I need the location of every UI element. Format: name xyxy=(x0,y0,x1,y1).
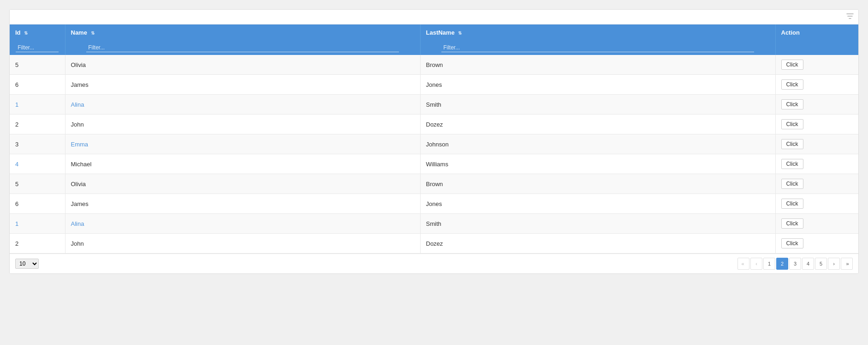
table-row: 4MichaelWilliamsClick xyxy=(10,154,858,174)
cell-name: James xyxy=(65,194,420,214)
cell-action: Click xyxy=(775,174,858,194)
col-header-id[interactable]: Id ⇅ xyxy=(10,24,65,41)
table-row: 6JamesJonesClick xyxy=(10,75,858,95)
cell-lastname: Brown xyxy=(420,55,775,75)
action-click-button[interactable]: Click xyxy=(781,79,803,90)
col-sort-name-icon[interactable]: ⇅ xyxy=(91,30,95,36)
cell-id: 2 xyxy=(10,234,65,254)
rows-per-page-selector: 10 25 50 100 xyxy=(15,259,39,269)
pagination-first-button[interactable]: « xyxy=(737,258,749,270)
table-body: 5OliviaBrownClick6JamesJonesClick1AlinaS… xyxy=(10,55,858,254)
col-header-action-label: Action xyxy=(781,29,800,36)
cell-action: Click xyxy=(775,214,858,234)
filter-name-cell xyxy=(65,41,420,55)
id-link[interactable]: 1 xyxy=(15,220,18,227)
cell-name: Olivia xyxy=(65,174,420,194)
cell-action: Click xyxy=(775,95,858,115)
col-header-id-label: Id xyxy=(15,29,21,36)
table-header-row: Id ⇅ Name ⇅ LastName ⇅ Action xyxy=(10,24,858,41)
cell-id: 5 xyxy=(10,55,65,75)
cell-action: Click xyxy=(775,134,858,154)
table-container: Id ⇅ Name ⇅ LastName ⇅ Action xyxy=(9,9,859,274)
pagination-page-5[interactable]: 5 xyxy=(815,258,827,270)
filter-id-input[interactable] xyxy=(16,43,59,52)
data-table: Id ⇅ Name ⇅ LastName ⇅ Action xyxy=(10,24,858,254)
table-row: 6JamesJonesClick xyxy=(10,194,858,214)
cell-name: Alina xyxy=(65,214,420,234)
col-sort-lastname-icon[interactable]: ⇅ xyxy=(458,30,462,36)
table-filter-row xyxy=(10,41,858,55)
pagination-page-3[interactable]: 3 xyxy=(789,258,801,270)
id-link[interactable]: 1 xyxy=(15,101,18,108)
col-header-name[interactable]: Name ⇅ xyxy=(65,24,420,41)
col-header-lastname-label: LastName xyxy=(426,29,455,36)
filter-lastname-input[interactable] xyxy=(441,43,754,52)
name-link[interactable]: Alina xyxy=(71,220,84,227)
table-row: 2JohnDozezClick xyxy=(10,115,858,134)
cell-action: Click xyxy=(775,194,858,214)
cell-action: Click xyxy=(775,154,858,174)
cell-lastname: Jones xyxy=(420,75,775,95)
cell-id: 4 xyxy=(10,154,65,174)
col-header-name-label: Name xyxy=(71,29,87,36)
action-click-button[interactable]: Click xyxy=(781,159,803,169)
table-row: 1AlinaSmithClick xyxy=(10,95,858,115)
cell-id: 1 xyxy=(10,214,65,234)
table-row: 5OliviaBrownClick xyxy=(10,55,858,75)
action-click-button[interactable]: Click xyxy=(781,139,803,149)
cell-lastname: Dozez xyxy=(420,115,775,134)
pagination-page-2[interactable]: 2 xyxy=(776,258,788,270)
col-sort-id-icon[interactable]: ⇅ xyxy=(24,30,28,36)
table-row: 1AlinaSmithClick xyxy=(10,214,858,234)
cell-lastname: Dozez xyxy=(420,234,775,254)
table-footer: 10 25 50 100 « ‹ 1 2 3 4 5 › » xyxy=(10,254,858,273)
cell-name: Alina xyxy=(65,95,420,115)
id-link[interactable]: 4 xyxy=(15,161,18,168)
filter-name-input[interactable] xyxy=(86,43,399,52)
cell-action: Click xyxy=(775,75,858,95)
cell-name: John xyxy=(65,234,420,254)
cell-lastname: Smith xyxy=(420,214,775,234)
action-click-button[interactable]: Click xyxy=(781,238,803,248)
name-link[interactable]: Emma xyxy=(71,141,89,148)
rows-per-page-select[interactable]: 10 25 50 100 xyxy=(15,259,39,269)
filter-lastname-cell xyxy=(420,41,775,55)
cell-action: Click xyxy=(775,55,858,75)
col-header-action: Action xyxy=(775,24,858,41)
col-header-lastname[interactable]: LastName ⇅ xyxy=(420,24,775,41)
pagination-next-button[interactable]: › xyxy=(828,258,840,270)
pagination-page-1[interactable]: 1 xyxy=(763,258,775,270)
cell-name: Emma xyxy=(65,134,420,154)
action-click-button[interactable]: Click xyxy=(781,218,803,229)
cell-id: 6 xyxy=(10,194,65,214)
cell-id: 2 xyxy=(10,115,65,134)
cell-id: 5 xyxy=(10,174,65,194)
pagination-page-4[interactable]: 4 xyxy=(802,258,814,270)
table-row: 3EmmaJohnsonClick xyxy=(10,134,858,154)
action-click-button[interactable]: Click xyxy=(781,99,803,109)
cell-id: 1 xyxy=(10,95,65,115)
cell-lastname: Brown xyxy=(420,174,775,194)
cell-name: John xyxy=(65,115,420,134)
pagination-last-button[interactable]: » xyxy=(841,258,853,270)
cell-id: 3 xyxy=(10,134,65,154)
table-row: 2JohnDozezClick xyxy=(10,234,858,254)
pagination-prev-button[interactable]: ‹ xyxy=(750,258,762,270)
action-click-button[interactable]: Click xyxy=(781,60,803,70)
cell-id: 6 xyxy=(10,75,65,95)
cell-lastname: Williams xyxy=(420,154,775,174)
action-click-button[interactable]: Click xyxy=(781,119,803,129)
cell-lastname: Smith xyxy=(420,95,775,115)
cell-lastname: Johnson xyxy=(420,134,775,154)
cell-lastname: Jones xyxy=(420,194,775,214)
name-link[interactable]: Alina xyxy=(71,101,84,108)
cell-name: Olivia xyxy=(65,55,420,75)
cell-action: Click xyxy=(775,115,858,134)
table-row: 5OliviaBrownClick xyxy=(10,174,858,194)
action-click-button[interactable]: Click xyxy=(781,199,803,209)
pagination-controls: « ‹ 1 2 3 4 5 › » xyxy=(737,258,853,270)
action-click-button[interactable]: Click xyxy=(781,179,803,189)
global-filter-icon[interactable] xyxy=(846,12,854,21)
cell-action: Click xyxy=(775,234,858,254)
top-bar xyxy=(10,10,858,24)
